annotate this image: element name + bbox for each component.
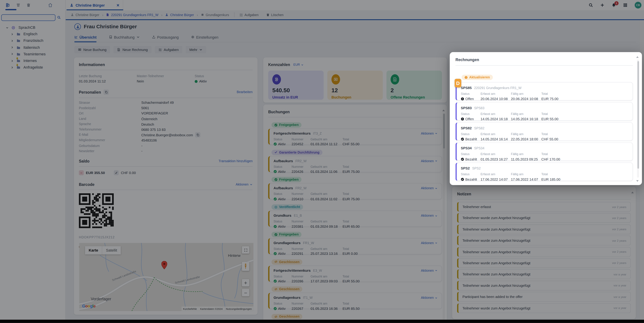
rechnung-item: SPS85 220291 Grundlagenkurs FR1_W Status…	[456, 82, 633, 101]
alert-circle-icon	[464, 76, 468, 79]
exclaim-circle-icon	[461, 117, 464, 120]
rechnungen-list: SPS85 220291 Grundlagenkurs FR1_W Status…	[456, 82, 633, 181]
rechnungen-panel: Rechnungen Aktualisieren SPS85 220291 Gr…	[450, 52, 642, 185]
check-circle-icon	[461, 137, 464, 140]
scrollbar[interactable]	[637, 59, 639, 178]
invoice-subtitle: 220291 Grundlagenkurs FR1_W	[474, 86, 522, 90]
rechnung-card: SPS82 SPS82 StatusBezahlt Erfasst am14.0…	[456, 122, 633, 141]
invoice-subtitle: SPS83	[474, 106, 484, 110]
aktualisieren-badge[interactable]: Aktualisieren	[462, 75, 493, 80]
invoice-subtitle: SPS82	[474, 126, 484, 130]
invoice-name: SPS82	[461, 126, 472, 130]
invoice-subtitle: SPS2	[472, 167, 481, 170]
invoice-name: SPS85	[461, 86, 472, 90]
rechnung-item: SPS34 SPS34 StatusBezahlt Erfasst am01.0…	[456, 142, 633, 161]
exclaim-circle-icon	[461, 97, 464, 100]
panel-title: Rechnungen	[456, 57, 633, 62]
rechnung-item: SPS82 SPS82 StatusBezahlt Erfasst am14.0…	[456, 122, 633, 141]
rechnung-item: SPS2 SPS2 StatusBezahlt Erfasst am17.06.…	[456, 163, 633, 181]
check-circle-icon	[461, 157, 464, 161]
drag-marker: D	[454, 79, 461, 87]
scroll-down-icon[interactable]	[636, 180, 639, 182]
rechnung-card: SPS2 SPS2 StatusBezahlt Erfasst am17.06.…	[456, 163, 633, 181]
scroll-up-icon[interactable]	[636, 56, 639, 58]
invoice-name: SPS83	[461, 106, 472, 110]
rechnung-item: SPS83 SPS83 StatusOffen Erfasst am14.05.…	[456, 102, 633, 121]
check-circle-icon	[461, 177, 464, 181]
rechnung-card: SPS83 SPS83 StatusOffen Erfasst am14.05.…	[456, 102, 633, 121]
invoice-name: SPS34	[461, 146, 472, 150]
rechnung-card: SPS85 220291 Grundlagenkurs FR1_W Status…	[456, 82, 633, 101]
invoice-name: SPS2	[461, 166, 470, 170]
rechnung-card: SPS34 SPS34 StatusBezahlt Erfasst am01.0…	[456, 142, 633, 161]
app-window: Christine Bürger ✕ 1 CB Christine Bürger…	[0, 0, 644, 323]
bottom-edge-bar	[0, 320, 644, 323]
invoice-subtitle: SPS34	[474, 146, 484, 150]
